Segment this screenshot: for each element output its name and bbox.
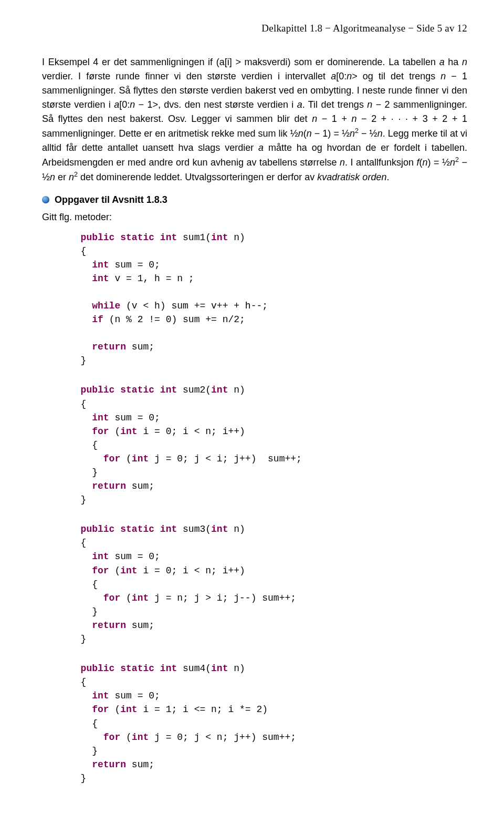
code-block-sum1: public static int sum1(int n) { int sum …: [69, 231, 467, 368]
code-container: public static int sum1(int n) { int sum …: [42, 231, 467, 785]
section-title: Oppgaver til Avsnitt 1.8.3: [55, 193, 167, 207]
bullet-icon: [42, 196, 49, 203]
section-row: Oppgaver til Avsnitt 1.8.3: [42, 193, 467, 207]
body-paragraph: I Eksempel 4 er det sammenligningen if (…: [42, 55, 467, 184]
code-block-sum3: public static int sum3(int n) { int sum …: [69, 522, 467, 646]
code-block-sum4: public static int sum4(int n) { int sum …: [69, 662, 467, 785]
code-block-sum2: public static int sum2(int n) { int sum …: [69, 383, 467, 507]
sub-note: Gitt flg. metoder:: [42, 210, 467, 224]
page-header: Delkapittel 1.8 − Algoritmeanalyse − Sid…: [42, 21, 467, 36]
